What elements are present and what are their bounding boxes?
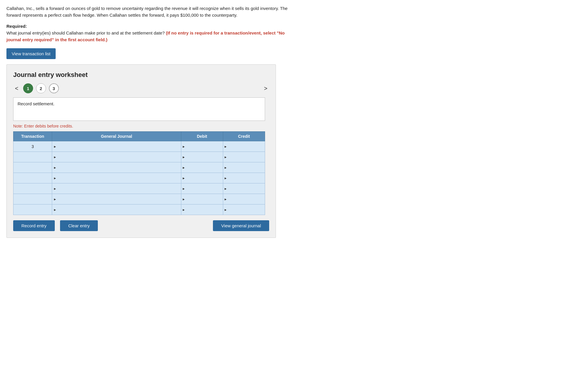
credit-input-1[interactable] [228,143,265,150]
table-row: ► ► ► [13,204,265,215]
credit-arrow-5: ► [223,187,228,190]
credit-cell-3[interactable]: ► [223,162,265,173]
debit-arrow-5: ► [181,187,186,190]
credit-cell-1[interactable]: ► [223,141,265,152]
col-transaction: Transaction [13,132,52,141]
journal-cell-5[interactable]: ► [52,183,181,194]
debit-input-5[interactable] [186,185,223,192]
credit-input-7[interactable] [228,206,265,213]
journal-input-1[interactable] [58,143,181,150]
debit-arrow-3: ► [181,166,186,169]
col-credit: Credit [223,132,265,141]
journal-cell-7[interactable]: ► [52,204,181,215]
credit-cell-7[interactable]: ► [223,204,265,215]
worksheet-title: Journal entry worksheet [13,71,269,79]
row-arrow-2: ► [52,155,58,159]
nav-page-1[interactable]: 1 [23,83,33,93]
required-label: Required: [6,24,571,29]
debit-input-1[interactable] [186,143,223,150]
debit-cell-3[interactable]: ► [181,162,223,173]
journal-input-4[interactable] [58,175,181,182]
credit-cell-6[interactable]: ► [223,194,265,204]
transaction-cell-6 [13,194,52,204]
transaction-cell-5 [13,183,52,194]
transaction-cell-3 [13,162,52,173]
row-arrow-7: ► [52,208,58,212]
debit-arrow-4: ► [181,176,186,180]
transaction-cell-7 [13,204,52,215]
debit-input-2[interactable] [186,154,223,161]
debit-arrow-6: ► [181,197,186,201]
credit-arrow-6: ► [223,197,228,201]
table-row: ► ► ► [13,152,265,162]
nav-page-3[interactable]: 3 [49,83,59,93]
journal-input-2[interactable] [58,154,181,161]
table-row: ► ► ► [13,173,265,183]
debit-input-4[interactable] [186,175,223,182]
debit-cell-5[interactable]: ► [181,183,223,194]
debit-input-6[interactable] [186,196,223,203]
credit-cell-4[interactable]: ► [223,173,265,183]
transaction-cell-4 [13,173,52,183]
debit-cell-4[interactable]: ► [181,173,223,183]
table-row: 3 ► ► ► [13,141,265,152]
debit-input-7[interactable] [186,206,223,213]
debit-arrow-7: ► [181,208,186,212]
col-debit: Debit [181,132,223,141]
debit-arrow-2: ► [181,155,186,159]
journal-cell-2[interactable]: ► [52,152,181,162]
credit-input-2[interactable] [228,154,265,161]
journal-input-3[interactable] [58,164,181,171]
journal-entry-worksheet: Journal entry worksheet < 1 2 3 > Record… [6,64,276,238]
record-entry-button[interactable]: Record entry [13,220,55,231]
credit-arrow-2: ► [223,155,228,159]
table-row: ► ► ► [13,183,265,194]
credit-input-3[interactable] [228,164,265,171]
transaction-cell-1: 3 [13,141,52,152]
view-general-journal-button[interactable]: View general journal [213,220,269,231]
debit-arrow-1: ► [181,145,186,148]
action-buttons: Record entry Clear entry View general jo… [13,220,269,231]
journal-table: Transaction General Journal Debit Credit… [13,131,265,215]
journal-cell-4[interactable]: ► [52,173,181,183]
description-box: Record settlement. [13,97,265,121]
journal-input-6[interactable] [58,196,181,203]
question-plain: What journal entry(ies) should Callahan … [6,30,165,35]
clear-entry-button[interactable]: Clear entry [60,220,98,231]
credit-cell-5[interactable]: ► [223,183,265,194]
credit-arrow-7: ► [223,208,228,212]
journal-cell-1[interactable]: ► [52,141,181,152]
journal-cell-3[interactable]: ► [52,162,181,173]
nav-left-arrow[interactable]: < [13,85,20,92]
view-transaction-button[interactable]: View transaction list [6,48,56,59]
journal-input-7[interactable] [58,206,181,213]
debit-cell-1[interactable]: ► [181,141,223,152]
table-row: ► ► ► [13,162,265,173]
credit-input-4[interactable] [228,175,265,182]
journal-cell-6[interactable]: ► [52,194,181,204]
nav-right-arrow[interactable]: > [262,85,269,92]
transaction-cell-2 [13,152,52,162]
table-row: ► ► ► [13,194,265,204]
row-arrow-6: ► [52,197,58,201]
credit-arrow-4: ► [223,176,228,180]
credit-cell-2[interactable]: ► [223,152,265,162]
credit-arrow-1: ► [223,145,228,148]
note-text: Note: Enter debits before credits. [13,124,269,128]
row-arrow-3: ► [52,166,58,169]
col-general-journal: General Journal [52,132,181,141]
required-question: What journal entry(ies) should Callahan … [6,30,293,43]
row-arrow-4: ► [52,176,58,180]
journal-input-5[interactable] [58,185,181,192]
row-arrow-1: ► [52,145,58,148]
intro-paragraph: Callahan, Inc., sells a forward on ounce… [6,5,293,18]
credit-input-6[interactable] [228,196,265,203]
nav-row: < 1 2 3 > [13,83,269,93]
debit-cell-7[interactable]: ► [181,204,223,215]
credit-input-5[interactable] [228,185,265,192]
debit-cell-6[interactable]: ► [181,194,223,204]
debit-input-3[interactable] [186,164,223,171]
row-arrow-5: ► [52,187,58,190]
debit-cell-2[interactable]: ► [181,152,223,162]
nav-page-2[interactable]: 2 [36,83,46,93]
